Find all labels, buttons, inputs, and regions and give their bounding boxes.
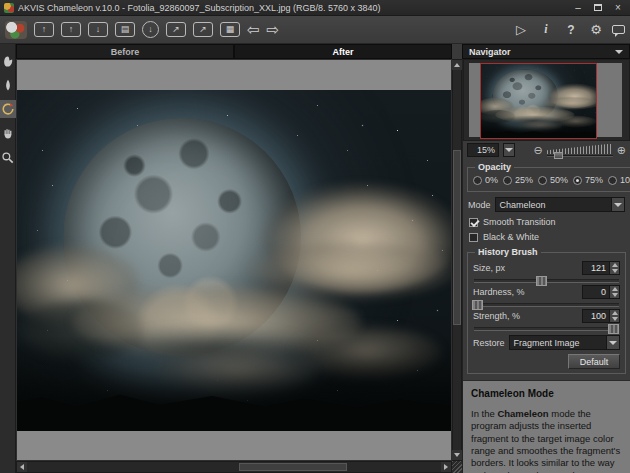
zoom-in-icon[interactable]: ⊕	[617, 145, 626, 156]
zoom-slider-handle[interactable]	[554, 152, 563, 159]
hardness-slider[interactable]	[474, 303, 619, 307]
restore-label: Restore	[473, 338, 505, 348]
navigator-thumbnail[interactable]	[480, 63, 597, 139]
post-icon[interactable]: ▦	[220, 22, 240, 37]
history-brush-tool[interactable]	[0, 100, 16, 118]
hand-tool[interactable]	[0, 124, 16, 142]
scroll-left-icon[interactable]	[17, 462, 27, 472]
tab-before[interactable]: Before	[16, 44, 234, 59]
navigator-header[interactable]: Navigator	[462, 44, 630, 59]
import-icon[interactable]: ↓	[142, 21, 159, 38]
size-slider[interactable]	[474, 279, 619, 283]
scroll-right-icon[interactable]	[441, 462, 451, 472]
smooth-transition-label: Smooth Transition	[483, 217, 556, 227]
strength-spinner[interactable]: 100	[582, 309, 620, 323]
strength-slider[interactable]	[474, 327, 619, 331]
spin-down-icon[interactable]	[610, 268, 619, 274]
share-icon[interactable]: ↗	[166, 22, 186, 37]
mode-label: Mode	[468, 200, 491, 210]
app-icon	[4, 3, 14, 13]
toolbar: ↑ ↑ ↓ ▤ ↓ ↗ ↗ ▦ ⇦ ⇨ ▷ i ? ⚙	[0, 16, 630, 44]
strength-label: Strength, %	[473, 311, 520, 321]
smooth-transition-checkbox[interactable]	[469, 218, 478, 227]
redo-icon[interactable]: ⇨	[267, 22, 280, 37]
opacity-group: Opacity 0% 25% 50% 75% 100%	[467, 162, 630, 192]
chameleon-palette-icon[interactable]	[5, 21, 27, 39]
zoom-slider[interactable]	[547, 144, 613, 157]
chevron-down-icon[interactable]	[611, 198, 624, 211]
restore-select[interactable]: Fragment Image	[509, 335, 620, 350]
opacity-radio-25[interactable]	[503, 176, 512, 185]
horizontal-scrollbar[interactable]	[16, 461, 452, 473]
spin-down-icon[interactable]	[610, 316, 619, 322]
tab-after[interactable]: After	[234, 44, 452, 59]
opacity-radio-0[interactable]	[473, 176, 482, 185]
history-brush-group: History Brush Size, px 121 Hardness, % 0…	[467, 247, 626, 374]
size-spinner[interactable]: 121	[582, 261, 620, 275]
navigator-title: Navigator	[469, 47, 511, 57]
stars	[17, 90, 18, 91]
opacity-label: Opacity	[475, 162, 514, 172]
scroll-down-icon[interactable]	[452, 450, 462, 460]
spin-down-icon[interactable]	[610, 292, 619, 298]
zoom-value[interactable]: 15%	[467, 143, 499, 157]
hardness-slider-handle[interactable]	[472, 300, 483, 310]
black-white-checkbox[interactable]	[469, 233, 478, 242]
blur-tool[interactable]	[0, 76, 16, 94]
size-slider-handle[interactable]	[536, 276, 547, 286]
close-button[interactable]: ×	[610, 2, 626, 14]
open-image-icon[interactable]: ↑	[34, 22, 54, 37]
export-icon[interactable]: ↗	[193, 22, 213, 37]
horizontal-scroll-thumb[interactable]	[239, 463, 347, 471]
minimize-button[interactable]: –	[570, 2, 586, 14]
undo-icon[interactable]: ⇦	[247, 22, 260, 37]
vertical-scroll-thumb[interactable]	[453, 150, 461, 325]
navigator-preview[interactable]	[463, 59, 630, 141]
navigator-margin-right	[597, 63, 623, 137]
image-canvas[interactable]	[16, 59, 452, 461]
chevron-down-icon[interactable]	[606, 336, 619, 349]
navigator-margin-left	[469, 63, 480, 137]
default-button[interactable]: Default	[568, 354, 620, 369]
smudge-tool[interactable]	[0, 52, 16, 70]
vertical-scrollbar[interactable]	[452, 59, 462, 461]
zoom-controls: 15% ⊖ ⊕	[463, 141, 630, 159]
hint-title: Chameleon Mode	[471, 387, 622, 400]
help-icon[interactable]: ?	[562, 23, 580, 37]
maximize-button[interactable]	[590, 2, 606, 14]
tool-column	[0, 44, 16, 473]
history-brush-title: History Brush	[475, 247, 541, 257]
settings-panel: 15% ⊖ ⊕ Opacity 0% 25% 50% 75% 100% Mode…	[462, 59, 630, 473]
save-icon[interactable]: ↓	[88, 22, 108, 37]
opacity-radio-50[interactable]	[538, 176, 547, 185]
preferences-icon[interactable]: ⚙	[587, 22, 605, 37]
title-bar: AKVIS Chameleon v.10.0 - Fotolia_9286009…	[0, 0, 630, 16]
hardness-label: Hardness, %	[473, 287, 525, 297]
hint-paragraph: In the Chameleon mode the program adjust…	[471, 408, 622, 473]
resize-grip[interactable]	[452, 461, 462, 473]
zoom-tool[interactable]	[0, 148, 16, 166]
size-label: Size, px	[473, 263, 505, 273]
photo-moon-night-scene	[17, 90, 451, 431]
chevron-down-icon	[615, 50, 623, 54]
black-white-label: Black & White	[483, 232, 539, 242]
zoom-out-icon[interactable]: ⊖	[534, 145, 543, 156]
scroll-up-icon[interactable]	[452, 60, 462, 70]
opacity-radio-100[interactable]	[608, 176, 617, 185]
mode-select[interactable]: Chameleon	[495, 197, 625, 212]
hardness-spinner[interactable]: 0	[582, 285, 620, 299]
opacity-radio-75[interactable]	[573, 176, 582, 185]
run-icon[interactable]: ▷	[512, 22, 530, 37]
strength-slider-handle[interactable]	[608, 324, 619, 334]
info-icon[interactable]: i	[537, 22, 555, 37]
window-title: AKVIS Chameleon v.10.0 - Fotolia_9286009…	[18, 3, 566, 13]
hints-panel: Chameleon Mode In the Chameleon mode the…	[463, 380, 630, 473]
feedback-icon[interactable]	[612, 25, 625, 34]
open-fragment-icon[interactable]: ↑	[61, 22, 81, 37]
thumbnail-scene	[480, 63, 597, 139]
zoom-dropdown-icon[interactable]	[503, 143, 515, 157]
view-tabs: Before After	[16, 44, 452, 59]
maximize-icon	[594, 4, 602, 11]
print-icon[interactable]: ▤	[115, 22, 135, 37]
